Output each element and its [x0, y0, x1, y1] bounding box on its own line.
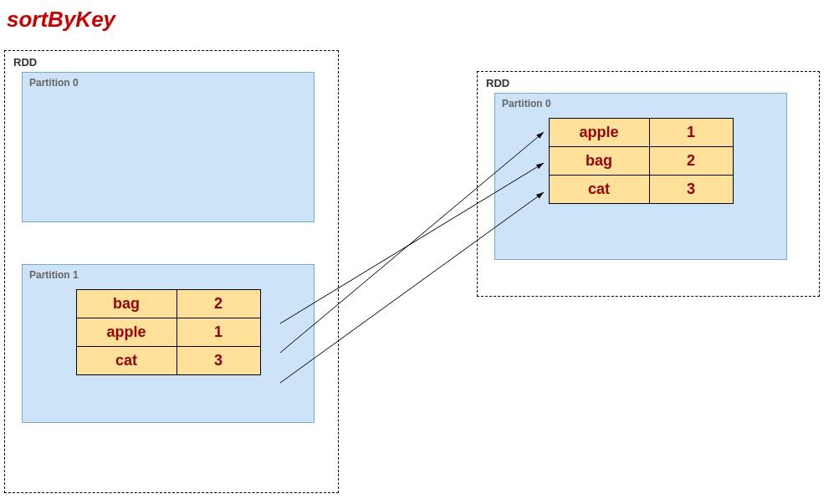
key-cell: cat [76, 347, 176, 375]
partition-left-1-table: bag 2 apple 1 cat 3 [76, 289, 261, 375]
key-cell: apple [76, 318, 176, 347]
value-cell: 2 [649, 147, 733, 176]
partition-left-1: Partition 1 bag 2 apple 1 cat 3 [22, 264, 315, 423]
rdd-left: RDD Partition 0 Partition 1 bag 2 apple … [4, 50, 339, 493]
rdd-right: RDD Partition 0 apple 1 bag 2 cat 3 [477, 71, 820, 297]
partition-right-0-label: Partition 0 [502, 98, 780, 109]
key-cell: apple [549, 119, 649, 147]
table-row: cat 3 [76, 347, 260, 375]
diagram-title: sortByKey [7, 7, 115, 33]
key-cell: cat [549, 176, 649, 204]
rdd-right-label: RDD [486, 77, 811, 89]
value-cell: 3 [649, 176, 733, 204]
rdd-left-label: RDD [13, 56, 330, 69]
key-cell: bag [76, 290, 176, 318]
value-cell: 2 [176, 290, 260, 318]
partition-right-0: Partition 0 apple 1 bag 2 cat 3 [494, 93, 787, 260]
value-cell: 3 [176, 347, 260, 375]
partition-left-1-label: Partition 1 [29, 269, 307, 281]
partition-left-0-label: Partition 0 [29, 77, 307, 89]
table-row: bag 2 [549, 147, 733, 176]
partition-left-0: Partition 0 [22, 72, 315, 222]
value-cell: 1 [176, 318, 260, 347]
table-row: apple 1 [549, 119, 733, 147]
key-cell: bag [549, 147, 649, 176]
value-cell: 1 [649, 119, 733, 147]
table-row: apple 1 [76, 318, 260, 347]
table-row: cat 3 [549, 176, 733, 204]
table-row: bag 2 [76, 290, 260, 318]
partition-right-0-table: apple 1 bag 2 cat 3 [549, 118, 734, 204]
